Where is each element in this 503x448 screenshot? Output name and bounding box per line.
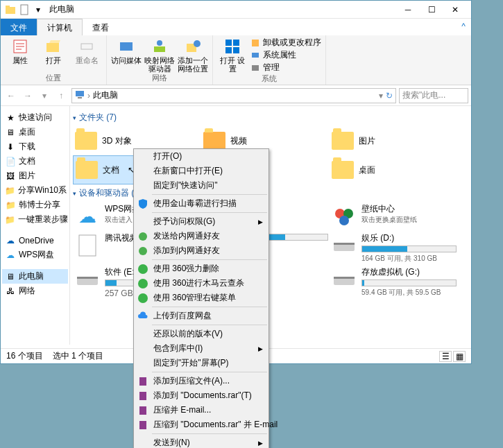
rar-icon	[137, 376, 148, 387]
nav-onedrive[interactable]: ☁OneDrive	[2, 234, 68, 248]
tab-file[interactable]: 文件	[1, 19, 37, 35]
svg-rect-31	[334, 277, 355, 279]
svg-rect-16	[252, 53, 259, 58]
access-media-button[interactable]: 访问媒体	[111, 37, 142, 73]
status-selected: 选中 1 个项目	[53, 350, 103, 362]
cloud-icon: ☁	[74, 203, 101, 230]
nav-history-icon[interactable]: ▾	[37, 88, 52, 103]
menu-add-documents-rar[interactable]: 添加到 "Documents.rar"(T)	[134, 388, 268, 403]
send-icon	[137, 231, 148, 242]
svg-rect-38	[139, 392, 146, 400]
menu-open[interactable]: 打开(O)	[134, 149, 268, 164]
menu-compress-rar-email[interactable]: 压缩到 "Documents.rar" 并 E-mail	[134, 417, 268, 432]
nav-documents[interactable]: 📄文档	[2, 154, 68, 169]
menu-pin-start[interactable]: 固定到"开始"屏幕(P)	[134, 356, 268, 370]
menu-send-to[interactable]: 发送到(N)▶	[134, 436, 268, 448]
svg-rect-17	[252, 65, 259, 71]
menu-add-archive[interactable]: 添加到压缩文件(A)...	[134, 374, 268, 388]
folder-item[interactable]: 图片	[330, 126, 458, 155]
nav-onekey[interactable]: 📁一键重装步骤	[2, 212, 68, 227]
menu-send-friend[interactable]: 发送给内网通好友	[134, 229, 268, 243]
svg-rect-27	[334, 243, 355, 245]
menu-open-new-window[interactable]: 在新窗口中打开(E)	[134, 164, 268, 178]
view-details-icon[interactable]: ☰	[439, 351, 452, 362]
nav-downloads[interactable]: ⬇下载	[2, 139, 68, 154]
qat-dropdown-icon[interactable]: ▾	[33, 4, 44, 15]
svg-point-36	[138, 293, 148, 303]
refresh-icon[interactable]: ↻	[386, 91, 393, 101]
tab-view[interactable]: 查看	[83, 19, 119, 35]
360-icon	[137, 264, 148, 275]
add-netloc-button[interactable]: 添加一个 网络位置	[178, 37, 208, 73]
group-label: 网络	[152, 73, 167, 83]
documents-icon	[75, 158, 99, 182]
menu-compress-email[interactable]: 压缩并 E-mail...	[134, 403, 268, 417]
menu-jinshan-scan[interactable]: 使用金山毒霸进行扫描	[134, 196, 268, 211]
section-folders[interactable]: ▾文件夹 (7)	[73, 109, 471, 126]
drive-item[interactable]: 娱乐 (D:)164 GB 可用, 共 310 GB	[330, 231, 458, 265]
view-tiles-icon[interactable]: ▦	[453, 351, 466, 362]
open-settings-button[interactable]: 打开 设置	[217, 37, 248, 74]
svg-point-33	[139, 247, 147, 255]
properties-button[interactable]: 属性	[5, 37, 35, 73]
wallpaper-icon	[331, 203, 357, 230]
minimize-button[interactable]: ─	[396, 2, 420, 17]
nav-this-pc[interactable]: 🖥此电脑	[2, 269, 68, 284]
menu-360-scan[interactable]: 使用 360进行木马云查杀	[134, 276, 268, 291]
chevron-right-icon: ▶	[258, 345, 263, 352]
drive-item[interactable]: 存放虚拟机 (G:)59.4 GB 可用, 共 59.5 GB	[330, 265, 458, 301]
drive-icon	[331, 232, 357, 259]
drive-icon	[74, 266, 101, 293]
doc-icon: 📄	[5, 156, 16, 167]
nav-hanboshi[interactable]: 📁韩博士分享	[2, 198, 68, 212]
ribbon-collapse-icon[interactable]: ^	[456, 19, 471, 35]
content-pane: ▾文件夹 (7) 3D 对象 视频 图片 文档↖ 音乐 桌面 ▾设备和驱动器 (…	[70, 106, 471, 345]
chevron-right-icon: ▶	[258, 440, 263, 447]
desktop-icon	[331, 158, 355, 182]
address-bar[interactable]: › 此电脑 ▾ ↻	[71, 88, 396, 103]
menu-include-library[interactable]: 包含到库中(I)▶	[134, 341, 268, 356]
map-drive-button[interactable]: 映射网络 驱动器	[144, 37, 175, 73]
tab-computer[interactable]: 计算机	[37, 19, 83, 35]
svg-rect-29	[77, 277, 98, 279]
nav-forward-icon[interactable]: →	[20, 88, 35, 103]
context-menu: 打开(O) 在新窗口中打开(E) 固定到"快速访问" 使用金山毒霸进行扫描 授予…	[133, 148, 269, 448]
menu-pin-quick[interactable]: 固定到"快速访问"	[134, 178, 268, 193]
nav-wps[interactable]: ☁WPS网盘	[2, 248, 68, 262]
360-icon	[137, 293, 148, 304]
cloud-icon: ☁	[5, 235, 16, 246]
nav-pictures[interactable]: 🖼图片	[2, 169, 68, 183]
menu-baidu-upload[interactable]: 上传到百度网盘	[134, 309, 268, 323]
system-properties-button[interactable]: 系统属性	[250, 49, 321, 61]
device-wallpaper[interactable]: 壁纸中心双击更换桌面壁纸	[330, 202, 458, 231]
svg-rect-1	[6, 6, 10, 8]
uninstall-programs-button[interactable]: 卸载或更改程序	[250, 37, 321, 49]
svg-point-22	[339, 216, 349, 225]
network-icon: 🖧	[5, 286, 16, 297]
open-button[interactable]: 打开	[38, 37, 69, 73]
search-input[interactable]: 搜索"此电...	[399, 88, 468, 103]
ribbon: 属性 打开 重命名 位置 访问媒体 映射网络 驱动器 添加一个 网络位置 网络 …	[1, 35, 471, 85]
svg-rect-4	[46, 43, 59, 52]
nav-up-icon[interactable]: ↑	[53, 88, 69, 103]
nav-quick-access[interactable]: ★快速访问	[2, 110, 68, 125]
maximize-button[interactable]: ☐	[420, 2, 443, 17]
nav-desktop[interactable]: 🖥桌面	[2, 125, 68, 139]
status-count: 16 个项目	[6, 350, 43, 362]
nav-share[interactable]: 📁分享Win10系	[2, 183, 68, 198]
nav-back-icon[interactable]: ←	[3, 88, 19, 103]
cloud-icon	[137, 311, 148, 322]
close-button[interactable]: ✕	[443, 2, 467, 17]
manage-button[interactable]: 管理	[250, 62, 321, 74]
menu-restore-version[interactable]: 还原以前的版本(V)	[134, 327, 268, 341]
folder-item[interactable]: 桌面	[330, 155, 458, 184]
menu-add-friend[interactable]: 添加到内网通好友	[134, 243, 268, 258]
menu-360-rightclick[interactable]: 使用 360管理右键菜单	[134, 291, 268, 305]
menu-360-delete[interactable]: 使用 360强力删除	[134, 261, 268, 276]
breadcrumb[interactable]: 此电脑	[93, 89, 118, 101]
pc-icon	[75, 89, 85, 101]
menu-grant-access[interactable]: 授予访问权限(G)▶	[134, 214, 268, 229]
svg-rect-19	[78, 97, 82, 98]
shield-icon	[137, 198, 148, 209]
nav-network[interactable]: 🖧网络	[2, 284, 68, 298]
